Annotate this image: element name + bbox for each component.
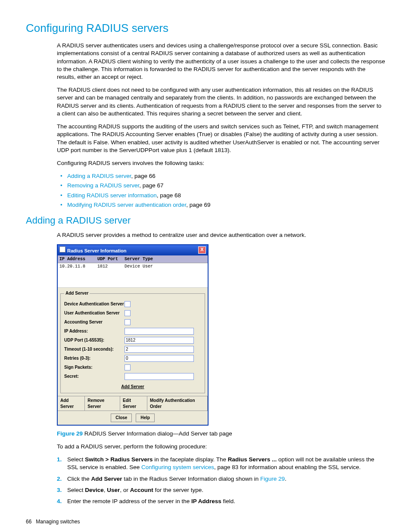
link-figure-29[interactable]: Figure 29	[260, 476, 285, 482]
task-list: Adding a RADIUS server, page 66 Removing…	[57, 172, 385, 209]
cell-ip: 10.20.11.8	[58, 263, 96, 269]
heading-adding: Adding a RADIUS server	[26, 214, 385, 227]
checkbox-acct[interactable]	[125, 319, 131, 325]
label-uas: User Authentication Server	[64, 310, 125, 316]
add-server-button[interactable]: Add Server	[64, 384, 201, 390]
label-udp: UDP Port (1-65535):	[64, 337, 125, 343]
label-ip: IP Address:	[64, 328, 125, 334]
app-icon	[59, 246, 65, 252]
link-config-services[interactable]: Configuring system services	[141, 464, 214, 470]
label-retries: Retries (0-3):	[64, 355, 125, 361]
tab-remove-server[interactable]: Remove Server	[85, 396, 120, 411]
label-das: Device Authentication Server	[64, 301, 125, 307]
list-item-rest: , page 68	[157, 192, 181, 199]
procedure-lead: To add a RADIUS server, perform the foll…	[57, 443, 385, 451]
label-acct: Accounting Server	[64, 319, 125, 325]
tab-add-server[interactable]: Add Server	[58, 396, 85, 411]
page-footer: 66 Managing switches	[26, 518, 385, 525]
label-secret: Secret:	[64, 373, 125, 380]
label-timeout: Timeout (1-10 seconds):	[64, 346, 125, 352]
input-ip[interactable]	[125, 328, 194, 335]
dialog-buttons: Close Help	[58, 411, 208, 425]
step-2: Click the Add Server tab in the Radius S…	[57, 475, 385, 483]
list-item: Adding a RADIUS server, page 66	[57, 172, 385, 180]
figure-label: Figure 29	[57, 430, 83, 437]
list-item: Modifying RADIUS server authentication o…	[57, 201, 385, 209]
page-number: 66	[26, 518, 34, 525]
link-edit-server[interactable]: Editing RADIUS server information	[67, 192, 157, 199]
input-timeout[interactable]	[125, 346, 194, 353]
link-modify-order[interactable]: Modifying RADIUS server authentication o…	[67, 202, 186, 208]
cell-type: Device User	[123, 263, 208, 269]
close-button[interactable]: Close	[111, 414, 132, 422]
para-intro-1: A RADIUS server authenticates users and …	[57, 42, 385, 81]
chapter-name: Managing switches	[36, 519, 80, 525]
figure-text: RADIUS Server Information dialog—Add Ser…	[83, 430, 232, 437]
dialog-titlebar: Radius Server Information X	[58, 245, 208, 255]
checkbox-das[interactable]	[125, 301, 131, 307]
label-sign: Sign Packets:	[64, 364, 125, 370]
radius-dialog: Radius Server Information X IP Address U…	[57, 244, 209, 426]
para-tasks-lead: Configuring RADIUS servers involves the …	[57, 159, 385, 167]
tab-edit-server[interactable]: Edit Server	[120, 396, 147, 411]
input-retries[interactable]	[125, 355, 194, 362]
table-empty-area	[58, 269, 208, 288]
fieldset-legend: Add Server	[64, 290, 90, 296]
list-item-rest: , page 69	[186, 202, 210, 208]
input-secret[interactable]	[125, 373, 194, 380]
dialog-title: Radius Server Information	[67, 248, 127, 253]
col-port: UDP Port	[96, 255, 123, 263]
para-intro-2: The RADIUS client does not need to be co…	[57, 86, 385, 118]
para-adding-intro: A RADIUS server provides a method to cen…	[57, 231, 385, 239]
procedure-steps: Select Switch > Radius Servers in the fa…	[57, 456, 385, 505]
table-header: IP Address UDP Port Server Type	[58, 255, 208, 264]
checkbox-uas[interactable]	[125, 310, 131, 316]
col-ip: IP Address	[58, 255, 96, 263]
heading-configuring: Configuring RADIUS servers	[26, 21, 385, 36]
list-item: Removing a RADIUS server, page 67	[57, 182, 385, 190]
tab-modify-auth-order[interactable]: Modify Authentication Order	[147, 396, 208, 411]
step-4: Enter the remote IP address of the serve…	[57, 498, 385, 505]
close-icon[interactable]: X	[198, 246, 206, 254]
list-item-rest: , page 66	[131, 173, 156, 179]
table-row[interactable]: 10.20.11.8 1812 Device User	[58, 263, 208, 269]
list-item: Editing RADIUS server information, page …	[57, 192, 385, 199]
add-server-fieldset: Add Server Device Authentication Server …	[60, 290, 205, 393]
help-button[interactable]: Help	[136, 414, 155, 422]
input-udp[interactable]	[125, 337, 194, 344]
tab-row: Add Server Remove Server Edit Server Mod…	[58, 396, 208, 411]
figure-caption: Figure 29 RADIUS Server Information dial…	[57, 430, 385, 438]
cell-port: 1812	[96, 263, 123, 269]
step-3: Select Device, User, or Account for the …	[57, 486, 385, 494]
para-intro-3: The accounting RADIUS supports the audit…	[57, 123, 385, 154]
col-type: Server Type	[123, 255, 208, 263]
link-remove-server[interactable]: Removing a RADIUS server	[67, 182, 139, 189]
list-item-rest: , page 67	[139, 182, 163, 189]
checkbox-sign[interactable]	[125, 364, 131, 370]
step-1: Select Switch > Radius Servers in the fa…	[57, 456, 385, 471]
link-add-server[interactable]: Adding a RADIUS server	[67, 173, 131, 179]
